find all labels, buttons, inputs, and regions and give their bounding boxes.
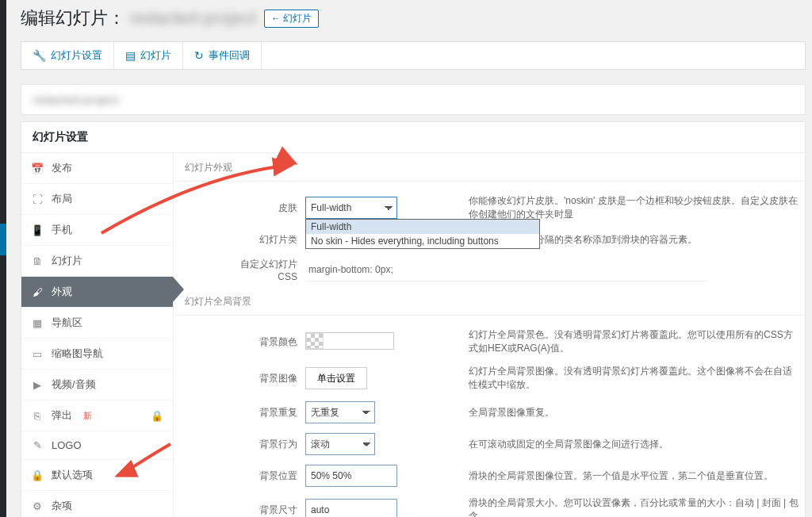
page-title: 编辑幻灯片： redacted-project xyxy=(21,6,256,30)
label-position: 背景位置 xyxy=(231,469,297,483)
nav-icon: ▦ xyxy=(31,317,44,329)
slider-name: redacted-project xyxy=(33,93,118,106)
redo-icon: ↻ xyxy=(194,49,204,62)
bg-behavior-select[interactable]: 滚动 xyxy=(305,433,375,455)
skin-option-noskin[interactable]: No skin - Hides everything, including bu… xyxy=(306,234,539,248)
back-to-sliders-link[interactable]: ← 幻灯片 xyxy=(264,10,319,28)
form-area: 幻灯片外观 皮肤 Full-width Full-width No skin -… xyxy=(174,153,805,517)
sidebar-item-navigation[interactable]: ▦导航区 xyxy=(21,308,173,339)
label-repeat: 背景重复 xyxy=(231,406,297,419)
lock-icon: 🔒 xyxy=(151,410,163,422)
sidebar-item-appearance[interactable]: 🖌外观 xyxy=(21,277,173,308)
lock-icon: 🔒 xyxy=(31,469,44,481)
tab-callbacks[interactable]: ↻ 事件回调 xyxy=(183,42,262,69)
bg-repeat-select[interactable]: 无重复 xyxy=(305,401,375,423)
calendar-icon: 📅 xyxy=(31,163,44,174)
sidebar-item-video-audio[interactable]: ▶视频/音频 xyxy=(21,370,173,400)
panel-title: 幻灯片设置 xyxy=(21,122,805,153)
gear-icon: ⚙ xyxy=(31,500,44,512)
bg-color-input[interactable] xyxy=(305,332,394,350)
pen-icon: ✎ xyxy=(31,439,44,451)
custom-css-input[interactable] xyxy=(305,259,707,281)
desc-skin: 你能修改幻灯片皮肤。'noskin' 皮肤是一个边框和较少按钮皮肤。自定义皮肤在… xyxy=(469,194,805,221)
file-icon: 🗎 xyxy=(31,255,44,267)
skin-dropdown: Full-width No skin - Hides everything, i… xyxy=(305,219,540,249)
settings-side-nav: 📅发布 ⛶布局 📱手机 🗎幻灯片 🖌外观 ▦导航区 ▭缩略图导航 ▶视频/音频 … xyxy=(21,153,174,517)
bg-size-input[interactable] xyxy=(305,499,397,517)
row-bgcolor: 背景颜色 幻灯片全局背景色。没有透明背景幻灯片将覆盖此。您可以使用所有的CSS方… xyxy=(174,324,805,360)
label-css: 自定义幻灯片CSS xyxy=(231,258,297,282)
tab-label: 幻灯片 xyxy=(140,48,171,63)
section-background: 幻灯片全局背景 xyxy=(174,287,805,316)
bg-image-set-button[interactable]: 单击设置 xyxy=(305,367,367,389)
sidebar-item-logo[interactable]: ✎LOGO xyxy=(21,431,173,460)
tab-label: 事件回调 xyxy=(209,48,250,63)
desc-bgcolor: 幻灯片全局背景色。没有透明背景幻灯片将覆盖此。您可以使用所有的CSS方式如HEX… xyxy=(469,328,805,355)
sidebar-item-misc[interactable]: ⚙杂项 xyxy=(21,491,173,517)
play-icon: ▶ xyxy=(31,379,44,391)
wp-admin-sidebar xyxy=(0,0,6,517)
label-skin: 皮肤 xyxy=(231,201,297,215)
desc-bgimage: 幻灯片全局背景图像。没有透明背景幻灯片将覆盖此。这个图像将不会在自适性模式中缩放… xyxy=(469,365,805,392)
tab-slides[interactable]: ▤ 幻灯片 xyxy=(114,42,183,69)
brush-icon: 🖌 xyxy=(31,286,44,298)
wp-admin-current-indicator xyxy=(0,224,6,255)
desc-behavior: 在可滚动或固定的全局背景图像之间进行选择。 xyxy=(469,438,805,451)
bg-position-input[interactable] xyxy=(305,465,397,487)
sidebar-item-thumbnail-nav[interactable]: ▭缩略图导航 xyxy=(21,339,173,370)
desc-size: 滑块的全局背景大小。您可以设置像素，百分比或常量的大小：自动 | 封面 | 包含 xyxy=(469,496,805,517)
page-header: 编辑幻灯片： redacted-project ← 幻灯片 xyxy=(21,6,812,30)
tabs-bar: 🔧 幻灯片设置 ▤ 幻灯片 ↻ 事件回调 xyxy=(21,41,806,70)
label-class: 幻灯片类 xyxy=(231,233,297,247)
settings-panel: 幻灯片设置 📅发布 ⛶布局 📱手机 🗎幻灯片 🖌外观 ▦导航区 ▭缩略图导航 ▶… xyxy=(21,121,806,517)
row-position: 背景位置 滑块的全局背景图像位置。第一个值是水平位置，第二个值是垂直位置。 xyxy=(174,460,805,492)
skin-option-fullwidth[interactable]: Full-width xyxy=(306,220,539,234)
sidebar-item-slideshow[interactable]: 🗎幻灯片 xyxy=(21,246,173,277)
slider-name-box: redacted-project xyxy=(21,84,806,115)
tab-slider-settings[interactable]: 🔧 幻灯片设置 xyxy=(21,42,114,69)
sidebar-item-mobile[interactable]: 📱手机 xyxy=(21,215,173,246)
section-appearance: 幻灯片外观 xyxy=(174,153,805,182)
label-size: 背景尺寸 xyxy=(231,504,297,517)
new-badge: 新 xyxy=(83,410,92,422)
page-title-prefix: 编辑幻灯片： xyxy=(21,8,125,28)
row-repeat: 背景重复 无重复 全局背景图像重复。 xyxy=(174,396,805,428)
wrench-icon: 🔧 xyxy=(33,49,46,62)
sidebar-item-defaults[interactable]: 🔒默认选项 xyxy=(21,460,173,491)
label-behavior: 背景行为 xyxy=(231,438,297,451)
row-size: 背景尺寸 滑块的全局背景大小。您可以设置像素，百分比或常量的大小：自动 | 封面… xyxy=(174,492,805,517)
label-bgimage: 背景图像 xyxy=(231,372,297,385)
tab-label: 幻灯片设置 xyxy=(51,48,102,63)
row-skin: 皮肤 Full-width Full-width No skin - Hides… xyxy=(174,190,805,226)
label-bgcolor: 背景颜色 xyxy=(231,335,297,349)
desc-position: 滑块的全局背景图像位置。第一个值是水平位置，第二个值是垂直位置。 xyxy=(469,469,805,483)
desc-repeat: 全局背景图像重复。 xyxy=(469,406,805,419)
transparency-checker-icon xyxy=(306,333,324,349)
sidebar-item-popup[interactable]: ⎘弹出新🔒 xyxy=(21,400,173,431)
layers-icon: ▤ xyxy=(125,49,136,62)
thumb-icon: ▭ xyxy=(31,348,44,360)
row-bgimage: 背景图像 单击设置 幻灯片全局背景图像。没有透明背景幻灯片将覆盖此。这个图像将不… xyxy=(174,360,805,396)
row-css: 自定义幻灯片CSS xyxy=(174,253,805,287)
expand-icon: ⛶ xyxy=(31,193,44,205)
sidebar-item-layout[interactable]: ⛶布局 xyxy=(21,184,173,215)
mobile-icon: 📱 xyxy=(31,224,44,236)
page-title-slider-name: redacted-project xyxy=(130,8,256,28)
popup-icon: ⎘ xyxy=(31,410,44,422)
row-behavior: 背景行为 滚动 在可滚动或固定的全局背景图像之间进行选择。 xyxy=(174,428,805,460)
sidebar-item-publish[interactable]: 📅发布 xyxy=(21,153,173,184)
skin-select[interactable]: Full-width xyxy=(305,197,397,219)
